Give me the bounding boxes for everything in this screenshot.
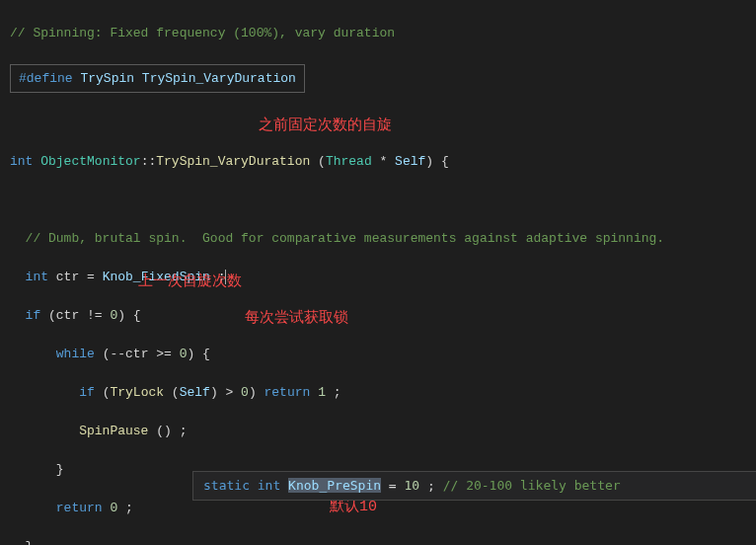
annotation-fixed-spin: 之前固定次数的自旋 [259,116,392,138]
comment-line: // Spinning: Fixed frequency (100%), var… [10,26,395,40]
annotation-prespin-count: 上一次自旋次数 [138,272,242,294]
define-highlight-box: #define TrySpin TrySpin_VaryDuration [10,64,305,94]
tooltip-symbol: Knob_PreSpin [288,478,381,493]
comment-line: // Dumb, brutal spin. Good for comparati… [10,231,664,246]
code-editor[interactable]: // Spinning: Fixed frequency (100%), var… [0,0,756,545]
annotation-trylock: 每次尝试获取锁 [245,308,348,331]
hover-tooltip: static int Knob_PreSpin = 10 ; // 20-100… [192,471,756,501]
